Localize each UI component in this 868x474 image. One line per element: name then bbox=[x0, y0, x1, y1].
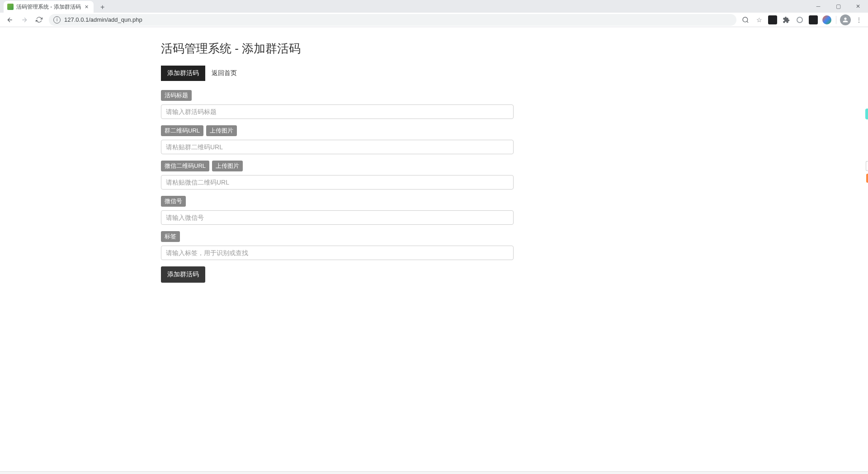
tab-add-qun[interactable]: 添加群活码 bbox=[161, 66, 205, 81]
extension-icon-3[interactable] bbox=[808, 14, 819, 25]
submit-button[interactable]: 添加群活码 bbox=[161, 266, 205, 283]
url-text: 127.0.0.1/admin/add_qun.php bbox=[64, 16, 142, 23]
bookmark-icon[interactable]: ☆ bbox=[754, 14, 764, 25]
toolbar-right: ☆ ⋮ bbox=[740, 14, 864, 25]
favicon-icon bbox=[7, 4, 14, 10]
extensions-icon[interactable] bbox=[781, 14, 792, 25]
input-tags[interactable] bbox=[161, 246, 514, 260]
label-wx-id: 微信号 bbox=[161, 196, 186, 207]
input-wx-url[interactable] bbox=[161, 175, 514, 190]
input-wx-id[interactable] bbox=[161, 210, 514, 225]
upload-qun-button[interactable]: 上传图片 bbox=[206, 125, 237, 136]
label-wx-url: 微信二维码URL bbox=[161, 161, 209, 171]
extension-icon-1[interactable] bbox=[767, 14, 778, 25]
zoom-icon[interactable] bbox=[740, 14, 751, 25]
forward-button[interactable] bbox=[18, 14, 31, 26]
new-tab-button[interactable]: + bbox=[97, 2, 108, 13]
address-bar[interactable]: i 127.0.0.1/admin/add_qun.php bbox=[49, 14, 736, 26]
back-button[interactable] bbox=[4, 14, 16, 26]
extension-icon-4[interactable] bbox=[821, 14, 832, 25]
tab-title: 活码管理系统 - 添加群活码 bbox=[16, 3, 81, 11]
tab-nav: 添加群活码 返回首页 bbox=[161, 66, 514, 81]
page-title: 活码管理系统 - 添加群活码 bbox=[161, 41, 514, 57]
tab-strip: 活码管理系统 - 添加群活码 × + ─ ▢ ✕ bbox=[0, 0, 868, 13]
side-widget-orange[interactable] bbox=[866, 174, 868, 183]
maximize-button[interactable]: ▢ bbox=[828, 0, 848, 13]
close-icon[interactable]: × bbox=[84, 4, 90, 10]
input-title[interactable] bbox=[161, 104, 514, 119]
menu-icon[interactable]: ⋮ bbox=[854, 14, 864, 25]
form-group-wx-id: 微信号 bbox=[161, 196, 514, 225]
form-group-wx-url: 微信二维码URL 上传图片 bbox=[161, 161, 514, 190]
tab-back-home[interactable]: 返回首页 bbox=[205, 66, 243, 81]
upload-wx-button[interactable]: 上传图片 bbox=[212, 161, 243, 171]
page-content: 活码管理系统 - 添加群活码 添加群活码 返回首页 活码标题 群二维码URL 上… bbox=[161, 27, 514, 296]
label-tags: 标签 bbox=[161, 231, 180, 242]
reload-button[interactable] bbox=[33, 14, 45, 26]
extension-icon-2[interactable] bbox=[794, 14, 805, 25]
browser-chrome: 活码管理系统 - 添加群活码 × + ─ ▢ ✕ i 127.0.0.1/adm… bbox=[0, 0, 868, 27]
browser-tab[interactable]: 活码管理系统 - 添加群活码 × bbox=[4, 1, 94, 13]
form-group-tags: 标签 bbox=[161, 231, 514, 260]
svg-point-0 bbox=[743, 17, 748, 22]
browser-toolbar: i 127.0.0.1/admin/add_qun.php ☆ ⋮ bbox=[0, 13, 868, 27]
side-widget-teal[interactable] bbox=[865, 109, 868, 119]
minimize-button[interactable]: ─ bbox=[808, 0, 828, 13]
profile-avatar[interactable] bbox=[840, 14, 851, 25]
label-title: 活码标题 bbox=[161, 90, 192, 101]
divider bbox=[836, 16, 836, 24]
side-widget-gray[interactable] bbox=[866, 161, 868, 171]
close-window-button[interactable]: ✕ bbox=[848, 0, 868, 13]
window-controls: ─ ▢ ✕ bbox=[808, 0, 868, 13]
form-group-title: 活码标题 bbox=[161, 90, 514, 119]
site-info-icon[interactable]: i bbox=[53, 16, 61, 24]
input-qun-url[interactable] bbox=[161, 140, 514, 154]
form-group-qun-url: 群二维码URL 上传图片 bbox=[161, 125, 514, 154]
label-qun-url: 群二维码URL bbox=[161, 125, 203, 136]
